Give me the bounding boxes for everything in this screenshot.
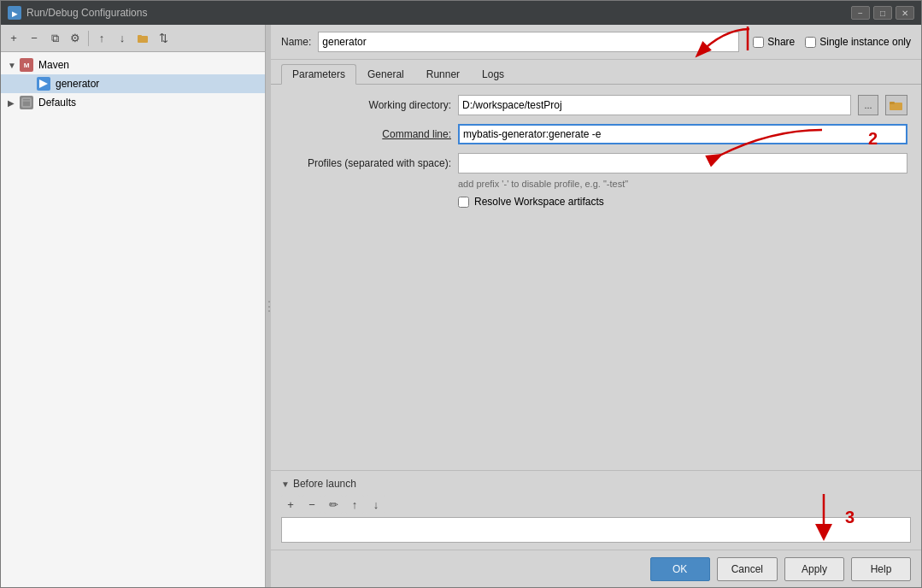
- svg-text:▶: ▶: [12, 10, 18, 18]
- left-panel: + − ⧉ ⚙ ↑ ↓ ⇅ ▼ M: [1, 25, 266, 587]
- help-button[interactable]: Help: [851, 557, 911, 581]
- tab-runner[interactable]: Runner: [415, 64, 471, 85]
- resolve-workspace-label: Resolve Workspace artifacts: [474, 196, 604, 208]
- content-area: + − ⧉ ⚙ ↑ ↓ ⇅ ▼ M: [1, 25, 921, 587]
- tree-item-maven[interactable]: ▼ M Maven: [1, 56, 265, 74]
- move-down-button[interactable]: ↓: [113, 29, 132, 48]
- before-launch-remove-button[interactable]: −: [302, 495, 321, 514]
- close-button[interactable]: ✕: [896, 6, 914, 20]
- window-icon: ▶: [8, 6, 21, 20]
- profiles-input[interactable]: [458, 153, 907, 173]
- add-config-button[interactable]: +: [4, 29, 23, 48]
- tree-toggle-defaults: ▶: [8, 98, 18, 108]
- folder-button[interactable]: [133, 29, 152, 48]
- right-panel: Name: Share: [271, 25, 921, 587]
- single-instance-checkbox[interactable]: [805, 37, 816, 48]
- working-directory-label: Working directory:: [285, 99, 451, 111]
- minimize-button[interactable]: −: [851, 6, 870, 20]
- before-launch-label: Before launch: [293, 478, 356, 490]
- profiles-row: Profiles (separated with space):: [285, 153, 907, 173]
- command-line-input[interactable]: [458, 124, 907, 144]
- single-instance-checkbox-group: Single instance only: [805, 36, 911, 48]
- before-launch-list: [281, 517, 911, 543]
- sort-button[interactable]: ⇅: [154, 29, 173, 48]
- tree-label-generator: generator: [56, 78, 99, 90]
- single-instance-label: Single instance only: [819, 36, 911, 48]
- tab-general[interactable]: General: [356, 64, 415, 85]
- move-up-button[interactable]: ↑: [92, 29, 111, 48]
- config-tree: ▼ M Maven ▶ generator ▶: [1, 52, 265, 587]
- toolbar-separator: [88, 31, 89, 46]
- tree-label-maven: Maven: [38, 59, 69, 71]
- before-launch-edit-button[interactable]: ✏: [324, 495, 343, 514]
- before-launch-add-button[interactable]: +: [281, 495, 300, 514]
- before-launch-section: ▼ Before launch + − ✏ ↑ ↓: [271, 470, 921, 550]
- command-line-row: Command line: 2: [285, 124, 907, 144]
- generator-icon: [37, 77, 50, 91]
- window-controls: − □ ✕: [851, 6, 914, 20]
- share-checkbox-group: Share: [753, 36, 795, 48]
- open-folder-button[interactable]: [885, 95, 907, 115]
- before-launch-up-button[interactable]: ↑: [345, 495, 364, 514]
- maximize-button[interactable]: □: [873, 6, 892, 20]
- parameters-form: Working directory: ... Command line:: [271, 85, 921, 470]
- name-label: Name:: [281, 36, 311, 48]
- profiles-label: Profiles (separated with space):: [285, 157, 451, 169]
- resolve-workspace-row: Resolve Workspace artifacts: [458, 196, 907, 208]
- defaults-icon: [20, 96, 33, 109]
- config-toolbar: + − ⧉ ⚙ ↑ ↓ ⇅: [1, 25, 265, 52]
- tree-item-defaults[interactable]: ▶ Defaults: [1, 93, 265, 112]
- tree-toggle-maven: ▼: [8, 61, 18, 70]
- settings-config-button[interactable]: ⚙: [66, 29, 85, 48]
- profiles-hint: add prefix '-' to disable profile, e.g. …: [458, 179, 907, 189]
- ok-button[interactable]: OK: [650, 557, 710, 581]
- tree-item-generator[interactable]: ▶ generator: [1, 74, 265, 93]
- maven-icon: M: [20, 58, 33, 72]
- svg-marker-4: [39, 79, 48, 88]
- run-debug-configurations-window: ▶ Run/Debug Configurations − □ ✕ + − ⧉ ⚙…: [0, 0, 922, 588]
- share-label: Share: [767, 36, 795, 48]
- before-launch-down-button[interactable]: ↓: [367, 495, 385, 514]
- cancel-button[interactable]: Cancel: [717, 557, 778, 581]
- svg-rect-5: [22, 98, 31, 107]
- remove-config-button[interactable]: −: [25, 29, 44, 48]
- share-checkbox[interactable]: [753, 37, 764, 48]
- name-row: Name: Share: [271, 25, 921, 60]
- svg-rect-9: [890, 102, 895, 104]
- tab-parameters[interactable]: Parameters: [281, 64, 356, 85]
- before-launch-header: ▼ Before launch: [281, 478, 911, 490]
- tree-label-defaults: Defaults: [38, 97, 76, 109]
- name-input[interactable]: [318, 32, 739, 52]
- tab-logs[interactable]: Logs: [471, 64, 515, 85]
- working-directory-input[interactable]: [458, 95, 851, 115]
- command-line-label: Command line:: [285, 128, 451, 140]
- browse-button[interactable]: ...: [858, 95, 878, 115]
- copy-config-button[interactable]: ⧉: [45, 29, 64, 48]
- before-launch-toolbar: + − ✏ ↑ ↓: [281, 495, 911, 514]
- title-bar: ▶ Run/Debug Configurations − □ ✕: [1, 1, 921, 25]
- resolve-workspace-checkbox[interactable]: [458, 197, 469, 208]
- working-directory-row: Working directory: ...: [285, 95, 907, 115]
- svg-rect-3: [138, 35, 142, 38]
- window-title: Run/Debug Configurations: [26, 7, 147, 19]
- before-launch-toggle[interactable]: ▼: [281, 479, 290, 489]
- apply-button[interactable]: Apply: [784, 557, 844, 581]
- tabs-bar: Parameters General Runner Logs: [271, 60, 921, 85]
- right-options: Share Single instance only: [753, 36, 911, 48]
- bottom-bar: 3 OK Cancel Apply Help: [271, 550, 921, 587]
